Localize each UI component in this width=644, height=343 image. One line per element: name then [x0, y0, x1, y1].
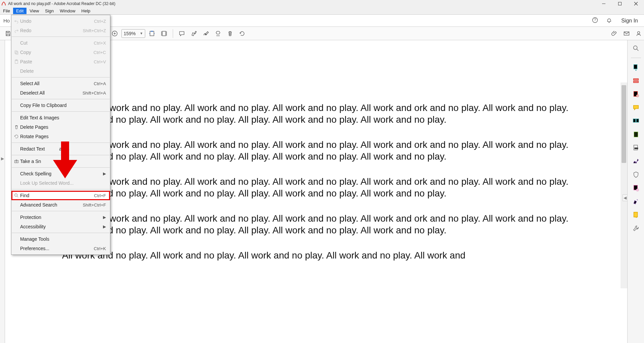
svg-point-40 [15, 194, 17, 196]
window-controls [600, 1, 640, 7]
wrench-icon[interactable] [632, 224, 640, 232]
menu-label: Protection [20, 215, 41, 220]
menu-item-deselect-all[interactable]: Deselect AllShift+Ctrl+A [11, 88, 110, 98]
menu-item-select-all[interactable]: Select AllCtrl+A [11, 79, 110, 88]
svg-rect-33 [634, 212, 637, 217]
create-pdf-icon[interactable] [632, 90, 640, 98]
home-tab-label[interactable]: Ho [3, 18, 10, 23]
menu-item-protection[interactable]: Protection▶ [11, 213, 110, 222]
right-panel-collapse-handle[interactable]: ◀ [623, 194, 627, 201]
menu-item-redo[interactable]: RedoShift+Ctrl+Z [11, 26, 110, 35]
menu-edit[interactable]: Edit [13, 8, 26, 14]
comment-icon[interactable] [176, 28, 187, 39]
delete-icon[interactable] [225, 28, 235, 39]
attachment-icon[interactable] [609, 28, 620, 39]
menubar: File Edit View Sign Window Help [0, 7, 644, 15]
fill-sign-icon[interactable] [632, 157, 640, 165]
compress-pdf-icon[interactable] [632, 130, 640, 138]
menu-item-advanced-search[interactable]: Advanced SearchShift+Ctrl+F [11, 200, 110, 210]
menu-label: Undo [20, 18, 31, 24]
maximize-button[interactable] [616, 1, 624, 7]
menu-item-lookup-word[interactable]: Look Up Selected Word... [11, 178, 110, 188]
nav-panel-collapsed[interactable]: ▶ [0, 40, 5, 343]
menu-label: Select All [20, 81, 40, 86]
sign-in-link[interactable]: Sign In [621, 18, 638, 24]
menu-item-manage-tools[interactable]: Manage Tools [11, 234, 110, 244]
menu-item-copy[interactable]: CopyCtrl+C [11, 48, 110, 57]
menu-item-paste[interactable]: PasteCtrl+V [11, 57, 110, 66]
comment-tool-icon[interactable] [632, 104, 640, 112]
organize-pages-icon[interactable] [632, 117, 640, 125]
menu-item-cut[interactable]: CutCtrl+X [11, 38, 110, 48]
fit-page-icon[interactable] [159, 28, 169, 39]
menu-shortcut: Shift+Ctrl+Z [83, 28, 106, 33]
menu-item-redact[interactable]: Redact Text ages [11, 144, 110, 154]
menu-item-delete-pages[interactable]: Delete Pages [11, 122, 110, 132]
menu-help[interactable]: Help [78, 8, 94, 14]
svg-line-41 [17, 196, 18, 197]
menu-label: Redo [20, 28, 31, 33]
menu-item-preferences[interactable]: Preferences...Ctrl+K [11, 244, 110, 253]
menu-item-accessibility[interactable]: Accessibility▶ [11, 222, 110, 231]
menu-label: Take a Sn [20, 159, 41, 164]
menu-file[interactable]: File [0, 8, 13, 14]
svg-rect-14 [162, 31, 166, 36]
menu-label: Rotate Pages [20, 134, 49, 139]
svg-text:?: ? [594, 18, 596, 22]
bell-icon[interactable] [606, 17, 612, 24]
scrollbar-thumb[interactable] [622, 85, 626, 163]
redact-tool-icon[interactable] [632, 144, 640, 152]
minimize-button[interactable] [600, 1, 608, 7]
zoom-dropdown[interactable]: 159% ▼ [121, 29, 146, 38]
rotate-icon [13, 133, 19, 139]
menu-item-edit-text-images[interactable]: Edit Text & Images [11, 113, 110, 122]
menu-item-check-spelling[interactable]: Check Spelling▶ [11, 169, 110, 178]
svg-rect-30 [634, 148, 638, 149]
acrobat-app-icon [1, 1, 6, 6]
body-text: All work and no play. All work and no pl… [62, 249, 574, 261]
highlight-icon[interactable] [189, 28, 199, 39]
chevron-down-icon: ▼ [138, 32, 145, 35]
vertical-scrollbar[interactable] [621, 82, 627, 288]
protect-icon[interactable] [632, 171, 640, 179]
svg-rect-35 [16, 52, 18, 54]
menu-shortcut: Ctrl+A [94, 81, 106, 86]
menu-shortcut: Ctrl+V [94, 59, 106, 64]
redo-icon [13, 27, 19, 34]
share-email-icon[interactable] [621, 28, 632, 39]
menu-sign[interactable]: Sign [42, 8, 57, 14]
menu-shortcut: Ctrl+F [94, 193, 106, 198]
menu-item-rotate-pages[interactable]: Rotate Pages [11, 132, 110, 141]
sign-icon[interactable] [201, 28, 211, 39]
menu-item-snapshot[interactable]: Take a Sn [11, 157, 110, 166]
menu-window[interactable]: Window [57, 8, 78, 14]
menu-label: Redact Text ages [20, 146, 69, 152]
search-icon [13, 192, 19, 198]
edit-pdf-icon[interactable] [632, 77, 640, 85]
zoom-in-icon[interactable] [109, 28, 120, 39]
menu-item-find[interactable]: FindCtrl+F [11, 191, 110, 200]
more-tools-icon[interactable] [632, 197, 640, 206]
body-text: no play. All work and no play. All work … [62, 139, 574, 162]
export-pdf-icon[interactable] [632, 63, 640, 71]
menu-item-copy-file[interactable]: Copy File to Clipboard [11, 101, 110, 110]
search-tool-icon[interactable] [632, 44, 640, 52]
menu-item-undo[interactable]: UndoCtrl+Z [11, 16, 110, 26]
close-button[interactable] [632, 1, 640, 7]
submenu-arrow-icon: ▶ [103, 171, 106, 176]
rotate-icon[interactable] [237, 28, 248, 39]
menu-shortcut: Ctrl+X [94, 41, 106, 46]
fit-width-icon[interactable] [147, 28, 157, 39]
menu-label: Advanced Search [20, 202, 57, 208]
stamp-icon[interactable] [213, 28, 223, 39]
help-icon[interactable]: ? [592, 17, 598, 24]
user-share-icon[interactable] [633, 28, 644, 39]
menu-label: Edit Text & Images [20, 115, 59, 120]
convert-icon[interactable] [632, 211, 640, 219]
menu-view[interactable]: View [26, 8, 42, 14]
send-comments-icon[interactable] [632, 184, 640, 192]
svg-point-19 [633, 46, 637, 50]
svg-point-39 [16, 161, 17, 162]
menu-item-delete[interactable]: Delete [11, 66, 110, 76]
trash-icon [13, 124, 19, 130]
